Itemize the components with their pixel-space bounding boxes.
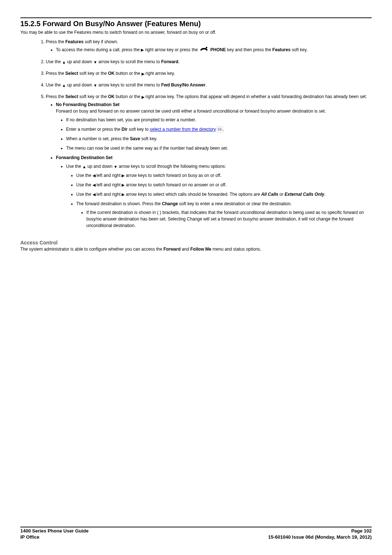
step-4: Use the ▲ up and down ▼ arrow keys to sc… [46,82,372,88]
s4b: up and down [66,82,93,88]
up-arrow-icon: ▲ [62,59,66,65]
fds-s3a: Use the [76,192,93,197]
s3e: button or the [114,71,141,76]
s4d: Fwd Busy/No Answer [161,82,205,88]
fds-s1c: arrow keys to switch forward on busy as … [124,173,221,178]
page-ref[interactable]: 66 [217,126,223,133]
right-arrow-icon: ▶ [142,94,144,100]
nfd-b2a: Enter a number or press the [66,127,122,132]
fds-b1a: Use the [66,164,82,169]
fds-s4-sub: If the current destination is shown in (… [86,209,372,229]
s2c: arrow keys to scroll the menu to [97,59,161,64]
right-arrow-icon: ▶ [141,47,144,53]
fds-s2a: Use the [76,182,93,187]
fds-b1b: up and down [86,164,114,169]
s2a: Use the [46,59,62,64]
fds-b1: Use the ▲ up and down ▼ arrow keys to sc… [66,163,372,228]
s5f: right arrow key. The options that appear… [144,94,367,99]
access-control-heading: Access Control [20,240,372,246]
step1-text-c: soft key if shown. [83,39,118,44]
s1sub-a: To access the menu during a call, press … [56,47,141,52]
down-arrow-icon: ▼ [93,59,97,65]
step-1: Press the Features soft key if shown. To… [46,39,372,53]
s1sub-e: Features [272,47,290,52]
s5b: Select [65,94,78,99]
ac-e: menu and status options. [211,247,261,252]
ac-c: and [181,247,191,252]
nfd-b3a: When a number is set, press the [66,136,130,141]
nfd-title: No Forwarding Destination Set [56,102,119,107]
s3d: OK [108,71,114,76]
s1sub-phone: PHONE [211,47,226,52]
step-5: Press the Select soft key or the OK butt… [46,93,372,228]
s1sub-f: soft key. [290,47,307,52]
fds-s3f: External Calls Only [285,192,324,197]
steps-list: Press the Features soft key if shown. To… [20,39,372,229]
nfd-b3c: soft key. [140,136,157,141]
fds-s3: Use the ◀ left and right ▶ arrow keys to… [76,191,372,198]
fds-s3b: left and right [95,192,122,197]
s2e: . [178,59,179,64]
fds-s1a: Use the [76,173,93,178]
nfd-b3b: Save [130,136,140,141]
fds-s4b: Change [162,201,178,206]
nfd-b2d: . [223,127,224,132]
s5a: Press the [46,94,65,99]
fds-s4: The forward destination is shown. Press … [76,200,372,229]
ac-d: Follow Me [190,247,211,252]
footer-right-2: 15-601040 Issue 06d (Monday, March 19, 2… [268,534,372,540]
fds-s1b: left and right [95,173,122,178]
s4a: Use the [46,82,62,88]
ac-a: The system administrator is able to conf… [20,247,163,252]
footer-rule [20,527,372,527]
fds-s3c: arrow keys to select which calls should … [124,192,261,197]
s5e: button or the [114,94,141,99]
intro-text: You may be able to use the Features menu… [20,29,372,36]
left-arrow-icon: ◀ [93,173,95,179]
ac-b: Forward [163,247,180,252]
access-control-body: The system administrator is able to conf… [20,246,372,252]
fds-b1c: arrow keys to scroll through the followi… [118,164,226,169]
dir-link[interactable]: select a number from the directory [150,127,216,132]
nfd-b1: If no destination has been set, you are … [66,117,372,123]
down-arrow-icon: ▼ [93,82,97,89]
nfd-b2c: soft key to [127,127,150,132]
fds-s2b: left and right [95,182,122,187]
fds-s1: Use the ◀ left and right ▶ arrow keys to… [76,172,372,179]
phone-icon [200,46,208,53]
footer-left-2: IP Office [20,534,40,540]
step1-text-a: Press the [46,39,65,44]
svg-point-0 [206,47,207,48]
page-title: 15.2.5 Forward On Busy/No Answer (Featur… [20,20,372,28]
fds-s3g: . [324,192,325,197]
down-arrow-icon: ▼ [114,164,118,170]
no-fwd-dest-set: No Forwarding Destination Set Forward on… [56,101,372,151]
step-2: Use the ▲ up and down ▼ arrow keys to sc… [46,58,372,65]
nfd-b3: When a number is set, press the Save sof… [66,135,372,142]
s5c: soft key or the [78,94,108,99]
fds-s3e: or [278,192,285,197]
s1sub-d: key and then press the [226,47,272,52]
left-arrow-icon: ◀ [93,182,95,188]
top-rule [20,17,372,18]
nfd-b2b: Dir [122,127,128,132]
fds-s4a: The forward destination is shown. Press … [76,201,162,206]
footer-left-1: 1400 Series Phone User Guide [20,528,89,534]
s3f: right arrow key. [144,71,175,76]
s4c: arrow keys to scroll the menu to [97,82,161,88]
fds-s3d: All Calls [261,192,278,197]
fwd-dest-set: Forwarding Destination Set Use the ▲ up … [56,154,372,228]
s2b: up and down [66,59,93,64]
s3c: soft key or the [78,71,108,76]
s5d: OK [108,94,114,99]
left-arrow-icon: ◀ [93,191,95,198]
s1sub-b: right arrow key or press the [144,47,199,52]
step1-bold: Features [65,39,83,44]
s3a: Press the [46,71,65,76]
fds-s2c: arrow keys to switch forward on no answe… [124,182,226,187]
nfd-b4: The menu can now be used in the same way… [66,145,372,151]
page-footer: 1400 Series Phone User Guide Page 102 IP… [20,527,372,540]
step1-sub: To access the menu during a call, press … [56,46,372,53]
footer-right-1: Page 102 [351,528,372,534]
up-arrow-icon: ▲ [62,82,66,89]
